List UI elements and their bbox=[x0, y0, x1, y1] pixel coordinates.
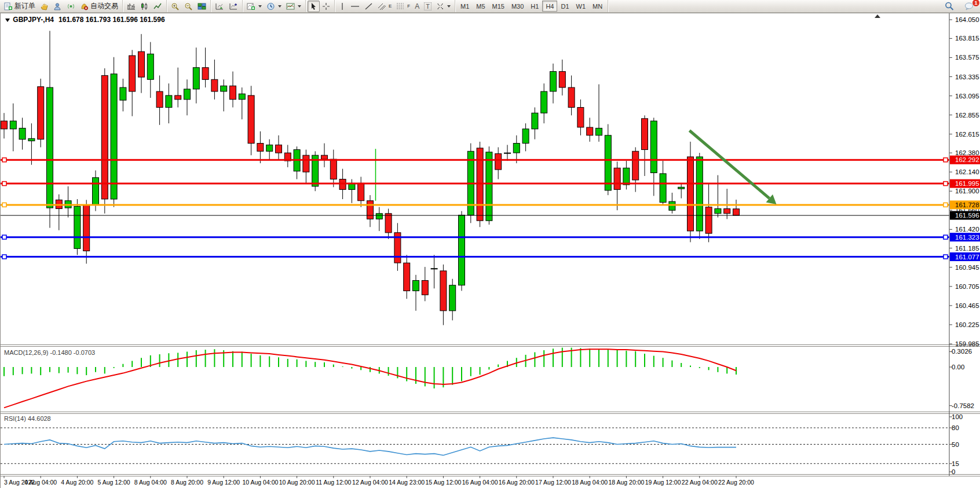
charts-button[interactable] bbox=[38, 1, 51, 12]
svg-text:18 Aug 04:00: 18 Aug 04:00 bbox=[572, 479, 608, 486]
svg-text:161.185: 161.185 bbox=[955, 245, 979, 252]
trendline-icon bbox=[364, 2, 373, 10]
line-chart-button[interactable] bbox=[151, 1, 164, 12]
chart-title: GBPJPY-,H4 161.678 161.793 161.596 161.5… bbox=[5, 16, 165, 24]
tile-windows-icon bbox=[198, 2, 206, 10]
chart-shift-button[interactable] bbox=[226, 1, 240, 12]
svg-text:8 Aug 20:00: 8 Aug 20:00 bbox=[171, 479, 203, 486]
hline-handle[interactable] bbox=[2, 182, 6, 186]
autotrading-button[interactable]: 自动交易 bbox=[78, 1, 120, 12]
chat-button[interactable]: 1 bbox=[962, 1, 977, 12]
periods-button[interactable] bbox=[264, 1, 284, 12]
arrows-icon bbox=[436, 2, 444, 10]
svg-text:0.00: 0.00 bbox=[952, 364, 964, 370]
svg-text:160.225: 160.225 bbox=[955, 321, 979, 328]
hline-handle[interactable] bbox=[944, 182, 948, 186]
cursor-icon bbox=[310, 2, 317, 10]
svg-text:10 Aug 20:00: 10 Aug 20:00 bbox=[279, 479, 315, 486]
svg-text:18 Aug 20:00: 18 Aug 20:00 bbox=[608, 479, 644, 486]
svg-text:0: 0 bbox=[952, 468, 955, 475]
horizontal-line-button[interactable] bbox=[348, 1, 362, 12]
text-tool-glyph: A bbox=[415, 2, 419, 10]
fibonacci-icon bbox=[396, 2, 405, 10]
svg-text:16 Aug 20:00: 16 Aug 20:00 bbox=[499, 479, 535, 486]
svg-text:0.3026: 0.3026 bbox=[952, 348, 972, 355]
fibonacci-button[interactable]: F bbox=[394, 1, 412, 12]
autotrading-icon bbox=[80, 2, 89, 10]
svg-text:11 Aug 12:00: 11 Aug 12:00 bbox=[316, 479, 351, 486]
candlestick-chart-icon bbox=[140, 2, 149, 10]
indicators-icon bbox=[247, 2, 255, 10]
new-order-button[interactable]: 新订单 bbox=[2, 1, 38, 12]
svg-text:160.465: 160.465 bbox=[955, 302, 979, 309]
zoom-out-button[interactable] bbox=[182, 1, 195, 12]
templates-dropdown-arrow bbox=[298, 5, 301, 8]
hline-handle[interactable] bbox=[2, 235, 6, 239]
signals-button[interactable] bbox=[64, 1, 78, 12]
svg-text:8 Aug 04:00: 8 Aug 04:00 bbox=[134, 479, 167, 486]
svg-text:161.596: 161.596 bbox=[955, 212, 979, 219]
macd-name: MACD(12,26,9) bbox=[4, 349, 48, 356]
svg-text:-0.7582: -0.7582 bbox=[952, 402, 974, 409]
ohlc-values: 161.678 161.793 161.596 161.596 bbox=[58, 16, 165, 24]
templates-button[interactable] bbox=[284, 1, 303, 12]
svg-text:162.855: 162.855 bbox=[955, 112, 979, 119]
tab-timeframe-M1[interactable]: M1 bbox=[457, 1, 473, 12]
zoom-in-button[interactable] bbox=[169, 1, 182, 12]
hline-handle[interactable] bbox=[944, 255, 948, 259]
svg-text:160.945: 160.945 bbox=[955, 264, 979, 271]
hline-handle[interactable] bbox=[944, 158, 948, 162]
hline-handle[interactable] bbox=[944, 235, 948, 239]
search-button[interactable] bbox=[942, 1, 956, 12]
tab-timeframe-MN[interactable]: MN bbox=[589, 1, 606, 12]
hline-handle[interactable] bbox=[944, 203, 948, 207]
indicators-button[interactable] bbox=[244, 1, 264, 12]
candlestick-chart-button[interactable] bbox=[138, 1, 151, 12]
tile-windows-button[interactable] bbox=[195, 1, 209, 12]
svg-text:100: 100 bbox=[952, 413, 963, 420]
cursor-button[interactable] bbox=[308, 1, 320, 12]
svg-text:163.095: 163.095 bbox=[955, 93, 979, 100]
svg-text:16 Aug 04:00: 16 Aug 04:00 bbox=[462, 479, 498, 486]
tab-timeframe-M5[interactable]: M5 bbox=[473, 1, 488, 12]
autoscroll-button[interactable] bbox=[213, 1, 226, 12]
svg-text:161.323: 161.323 bbox=[955, 234, 979, 241]
tab-timeframe-M30[interactable]: M30 bbox=[508, 1, 527, 12]
trendline-button[interactable] bbox=[362, 1, 375, 12]
text-button[interactable]: A bbox=[412, 1, 422, 12]
profile-button[interactable] bbox=[51, 1, 64, 12]
svg-text:163.815: 163.815 bbox=[955, 35, 979, 42]
search-icon bbox=[945, 2, 954, 10]
hline-handle[interactable] bbox=[2, 203, 6, 207]
svg-text:19 Aug 12:00: 19 Aug 12:00 bbox=[645, 479, 681, 486]
tab-timeframe-M15[interactable]: M15 bbox=[489, 1, 508, 12]
templates-icon bbox=[286, 2, 295, 10]
crosshair-icon bbox=[322, 2, 330, 10]
line-chart-icon bbox=[153, 2, 162, 10]
vertical-line-button[interactable] bbox=[337, 1, 348, 12]
svg-text:17 Aug 12:00: 17 Aug 12:00 bbox=[535, 479, 571, 486]
svg-text:160.705: 160.705 bbox=[955, 283, 979, 290]
chart-canvas[interactable]: 164.050 163.815 163.575 163.335 163.095 … bbox=[1, 13, 980, 488]
label-button[interactable]: T bbox=[422, 1, 434, 12]
arrows-button[interactable] bbox=[434, 1, 453, 12]
tab-timeframe-D1[interactable]: D1 bbox=[557, 1, 572, 12]
hline-handle[interactable] bbox=[2, 158, 6, 162]
tab-timeframe-H4[interactable]: H4 bbox=[542, 1, 557, 12]
tab-timeframe-H1[interactable]: H1 bbox=[527, 1, 542, 12]
svg-text:162.292: 162.292 bbox=[955, 156, 979, 163]
channel-button[interactable]: E bbox=[375, 1, 394, 12]
svg-text:14 Aug 23:00: 14 Aug 23:00 bbox=[389, 479, 425, 486]
crosshair-button[interactable] bbox=[320, 1, 332, 12]
clock-icon bbox=[266, 2, 275, 10]
tab-timeframe-W1[interactable]: W1 bbox=[573, 1, 590, 12]
toolbar: 新订单 自动交易 bbox=[0, 0, 980, 13]
svg-text:22 Aug 04:00: 22 Aug 04:00 bbox=[682, 479, 718, 486]
svg-text:5 Aug 12:00: 5 Aug 12:00 bbox=[98, 479, 130, 486]
hline-handle[interactable] bbox=[2, 255, 6, 259]
autoscroll-icon bbox=[215, 2, 224, 10]
svg-text:22 Aug 20:00: 22 Aug 20:00 bbox=[718, 479, 754, 486]
chart-collapse-icon[interactable] bbox=[5, 19, 10, 22]
rsi-name: RSI(14) bbox=[4, 415, 26, 422]
bar-chart-button[interactable] bbox=[125, 1, 138, 12]
